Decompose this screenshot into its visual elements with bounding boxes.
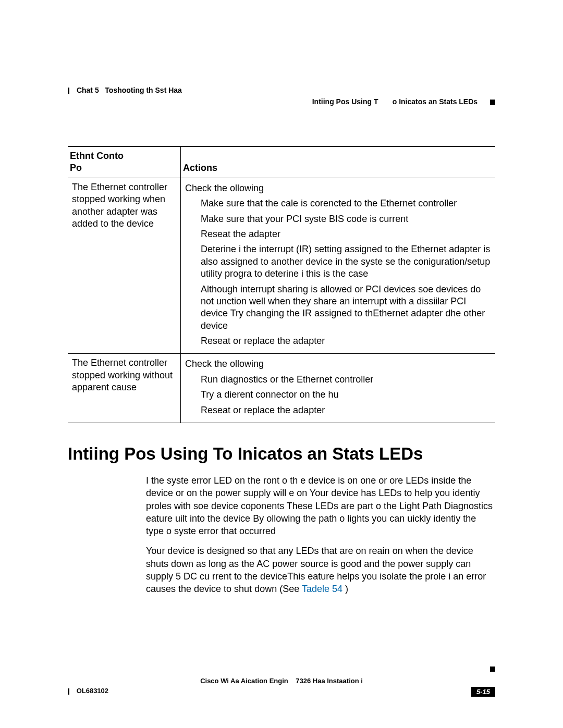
action-item: Reseat the adapter	[201, 228, 491, 240]
section-path-right: o Inicatos an Stats LEDs	[393, 97, 478, 106]
th-actions: Actions	[181, 146, 496, 178]
td-problem: The Ethernet controller stopped working …	[68, 178, 181, 354]
table-row: The Ethernet controller stopped working …	[68, 178, 495, 354]
action-item: Run diagnostics or the Ethernet controll…	[201, 374, 491, 386]
action-item: Try a dierent connector on the hu	[201, 389, 491, 401]
para2-b: )	[345, 584, 348, 594]
section-para-1: I the syste error LED on the ront o th e…	[146, 474, 495, 537]
table-row: The Ethernet controller stopped working …	[68, 354, 495, 423]
page-body: Ethnt Conto Po Actions The Ethernet cont…	[0, 0, 563, 634]
chapter-num: Chat 5	[77, 86, 99, 94]
section-para-2: Your device is designed so that any LEDs…	[146, 545, 495, 595]
doc-number: OL683102	[77, 687, 108, 695]
page-number: 5-15	[471, 687, 495, 697]
actions-lead: Check the ollowing	[185, 182, 491, 194]
footer-row: OL683102 5-15	[68, 687, 495, 695]
page-footer: Cisco Wi Aa Aication Engin 7326 Haa Inst…	[68, 677, 495, 697]
page-header: Chat 5 Toshooting th Sst Haa Intiing Pos…	[68, 86, 495, 94]
td-problem: The Ethernet controller stopped working …	[68, 354, 181, 423]
footer-square-icon	[490, 667, 495, 672]
action-item: Reseat or replace the adapter	[201, 335, 491, 347]
action-item: Reseat or replace the adapter	[201, 404, 491, 416]
header-tick	[68, 88, 69, 94]
action-item: Make sure that your PCI syste BIS code i…	[201, 213, 491, 225]
td-actions: Check the ollowing Make sure that the ca…	[181, 178, 496, 354]
section-path: Intiing Pos Using T o Inicatos an Stats …	[312, 97, 495, 106]
action-item: Deterine i the interrupt (IR) setting as…	[201, 243, 491, 280]
actions-lead: Check the ollowing	[185, 358, 491, 370]
footer-title-right: 7326 Haa Instaation i	[296, 677, 363, 685]
th-problem-l2: Po	[70, 162, 178, 174]
th-problem: Ethnt Conto Po	[68, 146, 181, 178]
action-item: Make sure that the cale is corencted to …	[201, 198, 491, 209]
chapter-label: Chat 5 Toshooting th Sst Haa	[77, 86, 182, 94]
th-actions-label: Actions	[183, 163, 217, 173]
troubleshooting-table: Ethnt Conto Po Actions The Ethernet cont…	[68, 146, 495, 423]
action-item: Although interrupt sharing is allowed or…	[201, 283, 491, 332]
footer-title: Cisco Wi Aa Aication Engin 7326 Haa Inst…	[68, 677, 495, 685]
th-problem-l1: Ethnt Conto	[70, 150, 178, 162]
td-actions: Check the ollowing Run diagnostics or th…	[181, 354, 496, 423]
chapter-title: Toshooting th Sst Haa	[105, 86, 182, 94]
footer-title-left: Cisco Wi Aa Aication Engin	[200, 677, 288, 685]
section-heading: Intiing Pos Using To Inicatos an Stats L…	[68, 444, 495, 464]
footer-tick	[68, 688, 69, 695]
section-path-left: Intiing Pos Using T	[312, 97, 378, 106]
header-square-icon	[490, 100, 495, 105]
table-ref-link[interactable]: Tadele 54	[302, 584, 342, 594]
